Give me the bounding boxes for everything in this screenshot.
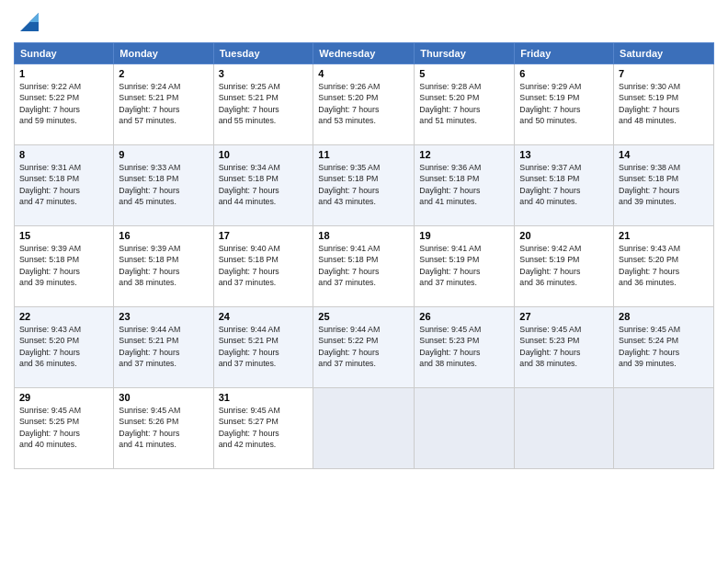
day-info: Sunrise: 9:36 AMSunset: 5:18 PMDaylight:… [419, 162, 509, 207]
day-info: Sunrise: 9:39 AMSunset: 5:18 PMDaylight:… [19, 243, 108, 288]
day-info: Sunrise: 9:28 AMSunset: 5:20 PMDaylight:… [419, 81, 509, 126]
day-info: Sunrise: 9:45 AMSunset: 5:24 PMDaylight:… [619, 324, 709, 369]
calendar-cell: 23Sunrise: 9:44 AMSunset: 5:21 PMDayligh… [114, 307, 213, 388]
day-number: 14 [619, 149, 709, 160]
calendar-cell: 16Sunrise: 9:39 AMSunset: 5:18 PMDayligh… [114, 226, 213, 307]
calendar-cell: 31Sunrise: 9:45 AMSunset: 5:27 PMDayligh… [213, 388, 313, 469]
calendar-cell: 24Sunrise: 9:44 AMSunset: 5:21 PMDayligh… [213, 307, 313, 388]
calendar-cell [415, 388, 515, 469]
day-number: 23 [119, 311, 208, 322]
day-info: Sunrise: 9:25 AMSunset: 5:21 PMDaylight:… [219, 81, 309, 126]
day-header-tuesday: Tuesday [213, 43, 313, 64]
calendar-cell: 29Sunrise: 9:45 AMSunset: 5:25 PMDayligh… [15, 388, 114, 469]
day-info: Sunrise: 9:45 AMSunset: 5:26 PMDaylight:… [119, 405, 208, 450]
day-number: 19 [419, 230, 509, 241]
calendar-cell: 12Sunrise: 9:36 AMSunset: 5:18 PMDayligh… [415, 145, 515, 226]
day-number: 3 [219, 68, 309, 79]
header [14, 9, 714, 35]
calendar-table: SundayMondayTuesdayWednesdayThursdayFrid… [14, 42, 714, 469]
day-number: 16 [119, 230, 208, 241]
day-number: 10 [219, 149, 309, 160]
calendar-cell: 27Sunrise: 9:45 AMSunset: 5:23 PMDayligh… [515, 307, 614, 388]
calendar-cell: 4Sunrise: 9:26 AMSunset: 5:20 PMDaylight… [313, 64, 415, 145]
day-number: 5 [419, 68, 509, 79]
calendar-cell: 14Sunrise: 9:38 AMSunset: 5:18 PMDayligh… [614, 145, 714, 226]
day-number: 8 [19, 149, 108, 160]
calendar-cell: 20Sunrise: 9:42 AMSunset: 5:19 PMDayligh… [515, 226, 614, 307]
calendar-cell: 5Sunrise: 9:28 AMSunset: 5:20 PMDaylight… [415, 64, 515, 145]
day-number: 27 [519, 311, 609, 322]
calendar-week-2: 8Sunrise: 9:31 AMSunset: 5:18 PMDaylight… [15, 145, 714, 226]
day-info: Sunrise: 9:41 AMSunset: 5:19 PMDaylight:… [419, 243, 509, 288]
day-number: 20 [519, 230, 609, 241]
day-info: Sunrise: 9:45 AMSunset: 5:23 PMDaylight:… [419, 324, 509, 369]
day-info: Sunrise: 9:24 AMSunset: 5:21 PMDaylight:… [119, 81, 208, 126]
calendar-cell: 9Sunrise: 9:33 AMSunset: 5:18 PMDaylight… [114, 145, 213, 226]
calendar-cell: 3Sunrise: 9:25 AMSunset: 5:21 PMDaylight… [213, 64, 313, 145]
day-number: 12 [419, 149, 509, 160]
logo [14, 9, 42, 35]
day-info: Sunrise: 9:38 AMSunset: 5:18 PMDaylight:… [619, 162, 709, 207]
day-info: Sunrise: 9:29 AMSunset: 5:19 PMDaylight:… [519, 81, 609, 126]
calendar-cell: 18Sunrise: 9:41 AMSunset: 5:18 PMDayligh… [313, 226, 415, 307]
day-header-saturday: Saturday [614, 43, 714, 64]
day-info: Sunrise: 9:43 AMSunset: 5:20 PMDaylight:… [619, 243, 709, 288]
day-number: 13 [519, 149, 609, 160]
calendar-cell [515, 388, 614, 469]
calendar-cell: 7Sunrise: 9:30 AMSunset: 5:19 PMDaylight… [614, 64, 714, 145]
calendar-cell: 2Sunrise: 9:24 AMSunset: 5:21 PMDaylight… [114, 64, 213, 145]
day-info: Sunrise: 9:45 AMSunset: 5:23 PMDaylight:… [519, 324, 609, 369]
day-info: Sunrise: 9:26 AMSunset: 5:20 PMDaylight:… [318, 81, 409, 126]
calendar-cell [614, 388, 714, 469]
day-info: Sunrise: 9:40 AMSunset: 5:18 PMDaylight:… [219, 243, 309, 288]
day-info: Sunrise: 9:39 AMSunset: 5:18 PMDaylight:… [119, 243, 208, 288]
day-header-friday: Friday [515, 43, 614, 64]
calendar-cell: 13Sunrise: 9:37 AMSunset: 5:18 PMDayligh… [515, 145, 614, 226]
logo-icon [17, 9, 42, 35]
day-number: 22 [19, 311, 108, 322]
day-number: 21 [619, 230, 709, 241]
calendar-cell: 26Sunrise: 9:45 AMSunset: 5:23 PMDayligh… [415, 307, 515, 388]
calendar-week-1: 1Sunrise: 9:22 AMSunset: 5:22 PMDaylight… [15, 64, 714, 145]
day-number: 18 [318, 230, 409, 241]
calendar-week-4: 22Sunrise: 9:43 AMSunset: 5:20 PMDayligh… [15, 307, 714, 388]
calendar-cell: 10Sunrise: 9:34 AMSunset: 5:18 PMDayligh… [213, 145, 313, 226]
calendar-cell: 1Sunrise: 9:22 AMSunset: 5:22 PMDaylight… [15, 64, 114, 145]
day-info: Sunrise: 9:37 AMSunset: 5:18 PMDaylight:… [519, 162, 609, 207]
day-number: 26 [419, 311, 509, 322]
day-info: Sunrise: 9:31 AMSunset: 5:18 PMDaylight:… [19, 162, 108, 207]
page: SundayMondayTuesdayWednesdayThursdayFrid… [0, 0, 728, 563]
calendar-cell: 28Sunrise: 9:45 AMSunset: 5:24 PMDayligh… [614, 307, 714, 388]
calendar-cell: 17Sunrise: 9:40 AMSunset: 5:18 PMDayligh… [213, 226, 313, 307]
day-info: Sunrise: 9:44 AMSunset: 5:21 PMDaylight:… [219, 324, 309, 369]
day-info: Sunrise: 9:44 AMSunset: 5:22 PMDaylight:… [318, 324, 409, 369]
day-number: 9 [119, 149, 208, 160]
calendar-cell: 19Sunrise: 9:41 AMSunset: 5:19 PMDayligh… [415, 226, 515, 307]
calendar-cell: 15Sunrise: 9:39 AMSunset: 5:18 PMDayligh… [15, 226, 114, 307]
day-number: 2 [119, 68, 208, 79]
day-info: Sunrise: 9:33 AMSunset: 5:18 PMDaylight:… [119, 162, 208, 207]
day-info: Sunrise: 9:45 AMSunset: 5:25 PMDaylight:… [19, 405, 108, 450]
day-number: 31 [219, 392, 309, 403]
calendar-cell: 8Sunrise: 9:31 AMSunset: 5:18 PMDaylight… [15, 145, 114, 226]
day-info: Sunrise: 9:43 AMSunset: 5:20 PMDaylight:… [19, 324, 108, 369]
day-info: Sunrise: 9:22 AMSunset: 5:22 PMDaylight:… [19, 81, 108, 126]
day-header-thursday: Thursday [415, 43, 515, 64]
day-number: 24 [219, 311, 309, 322]
day-info: Sunrise: 9:45 AMSunset: 5:27 PMDaylight:… [219, 405, 309, 450]
day-number: 4 [318, 68, 409, 79]
day-number: 28 [619, 311, 709, 322]
calendar-cell: 6Sunrise: 9:29 AMSunset: 5:19 PMDaylight… [515, 64, 614, 145]
calendar-cell: 30Sunrise: 9:45 AMSunset: 5:26 PMDayligh… [114, 388, 213, 469]
day-info: Sunrise: 9:41 AMSunset: 5:18 PMDaylight:… [318, 243, 409, 288]
calendar-cell: 21Sunrise: 9:43 AMSunset: 5:20 PMDayligh… [614, 226, 714, 307]
day-info: Sunrise: 9:30 AMSunset: 5:19 PMDaylight:… [619, 81, 709, 126]
day-number: 11 [318, 149, 409, 160]
day-number: 29 [19, 392, 108, 403]
svg-marker-1 [29, 13, 39, 22]
day-number: 6 [519, 68, 609, 79]
day-info: Sunrise: 9:34 AMSunset: 5:18 PMDaylight:… [219, 162, 309, 207]
calendar-cell [313, 388, 415, 469]
day-header-sunday: Sunday [15, 43, 114, 64]
day-info: Sunrise: 9:35 AMSunset: 5:18 PMDaylight:… [318, 162, 409, 207]
